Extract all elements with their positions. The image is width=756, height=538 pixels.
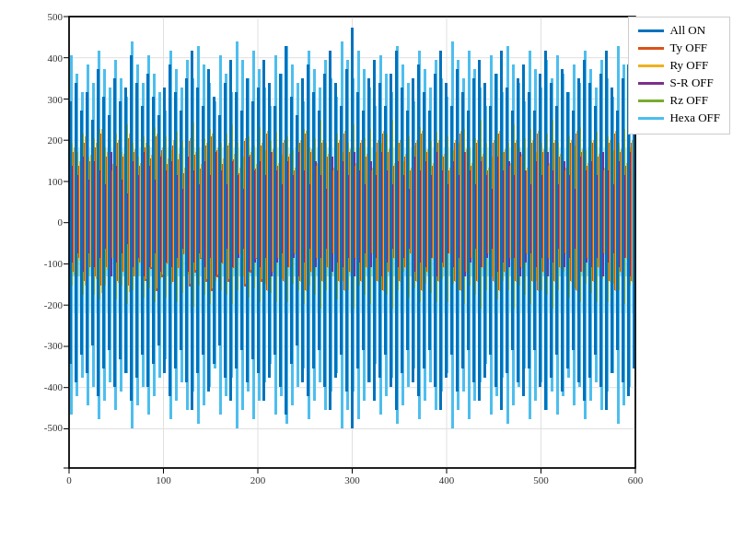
legend-color-ty-off	[638, 47, 664, 50]
svg-rect-575	[224, 83, 227, 378]
svg-rect-635	[555, 106, 558, 355]
svg-rect-590	[307, 64, 309, 396]
svg-rect-593	[323, 74, 326, 387]
svg-rect-601	[367, 78, 370, 382]
legend-label-rz-off: Rz OFF	[669, 93, 708, 108]
svg-rect-555	[113, 78, 116, 387]
svg-rect-577	[235, 92, 238, 368]
svg-rect-597	[345, 69, 348, 392]
svg-rect-613	[434, 74, 436, 387]
svg-rect-627	[511, 111, 514, 350]
svg-rect-623	[489, 106, 492, 355]
svg-rect-636	[561, 69, 564, 392]
svg-rect-559	[135, 83, 138, 378]
svg-rect-644	[605, 51, 608, 410]
svg-rect-549	[80, 111, 83, 355]
svg-rect-578	[240, 111, 243, 350]
svg-rect-567	[180, 111, 182, 350]
svg-rect-615	[445, 83, 448, 378]
svg-text:600: 600	[628, 474, 644, 485]
svg-rect-614	[439, 51, 442, 410]
svg-rect-629	[522, 64, 525, 396]
legend-label-hexa-off: Hexa OFF	[669, 111, 720, 125]
legend-item-hexa-off: Hexa OFF	[638, 111, 720, 125]
svg-rect-552	[97, 69, 99, 396]
svg-rect-571	[202, 106, 204, 355]
legend-item-ty-off: Ty OFF	[638, 41, 720, 55]
svg-rect-634	[550, 83, 552, 378]
svg-rect-581	[257, 88, 260, 373]
svg-rect-572	[207, 69, 210, 392]
svg-rect-570	[196, 88, 199, 373]
legend-item-all-on: All ON	[638, 23, 720, 38]
svg-rect-587	[290, 97, 293, 364]
svg-rect-625	[500, 51, 503, 410]
svg-rect-621	[478, 60, 481, 401]
svg-rect-598	[351, 28, 354, 428]
svg-rect-602	[373, 60, 376, 401]
svg-rect-600	[362, 111, 365, 350]
svg-rect-562	[152, 97, 155, 364]
svg-rect-573	[213, 97, 215, 364]
svg-rect-595	[334, 83, 337, 378]
svg-rect-640	[583, 60, 586, 401]
svg-rect-608	[406, 111, 409, 350]
svg-rect-599	[356, 92, 359, 368]
svg-rect-605	[390, 74, 392, 387]
svg-text:400: 400	[439, 474, 455, 485]
svg-rect-564	[163, 88, 166, 373]
svg-rect-560	[141, 106, 144, 355]
svg-rect-583	[268, 83, 271, 378]
legend-color-hexa-off	[638, 117, 664, 120]
svg-rect-563	[157, 115, 160, 345]
svg-rect-610	[417, 64, 420, 396]
svg-rect-609	[412, 78, 414, 382]
svg-rect-619	[467, 111, 470, 350]
legend-item-rz-off: Rz OFF	[638, 93, 720, 108]
svg-rect-556	[119, 101, 122, 359]
svg-rect-643	[599, 74, 602, 387]
svg-rect-574	[218, 115, 221, 345]
svg-text:400: 400	[48, 53, 64, 64]
svg-text:-500: -500	[44, 422, 64, 433]
svg-rect-645	[611, 88, 613, 373]
svg-rect-557	[124, 88, 127, 373]
svg-rect-603	[378, 83, 381, 378]
svg-rect-616	[450, 106, 453, 355]
svg-rect-550	[86, 92, 88, 373]
svg-rect-591	[312, 92, 315, 368]
legend-item-ry-off: Ry OFF	[638, 58, 720, 73]
svg-rect-548	[75, 83, 77, 382]
svg-rect-582	[262, 60, 265, 401]
svg-rect-642	[594, 106, 597, 355]
svg-text:-100: -100	[44, 258, 64, 269]
svg-rect-632	[539, 74, 541, 387]
svg-rect-592	[318, 111, 320, 350]
svg-rect-565	[169, 64, 171, 396]
svg-rect-551	[91, 120, 94, 345]
svg-rect-611	[423, 92, 425, 368]
svg-rect-580	[251, 101, 254, 359]
svg-rect-647	[622, 78, 624, 382]
svg-rect-585	[279, 74, 282, 387]
svg-rect-639	[577, 78, 580, 382]
svg-text:300: 300	[48, 94, 64, 105]
legend-label-ry-off: Ry OFF	[669, 58, 708, 73]
svg-rect-641	[588, 83, 591, 378]
svg-text:100: 100	[48, 176, 64, 187]
legend-color-sr-off	[638, 82, 664, 85]
svg-text:500: 500	[48, 11, 64, 22]
svg-rect-568	[185, 78, 188, 382]
svg-rect-633	[544, 51, 547, 410]
svg-rect-612	[428, 111, 431, 350]
svg-text:300: 300	[344, 474, 360, 485]
svg-rect-588	[296, 115, 298, 345]
svg-rect-561	[146, 74, 149, 387]
svg-text:-400: -400	[44, 381, 64, 392]
legend-label-ty-off: Ty OFF	[669, 41, 707, 55]
legend-color-all-on	[638, 29, 664, 32]
svg-text:0: 0	[58, 216, 64, 228]
svg-rect-618	[461, 92, 464, 368]
legend-label-sr-off: S-R OFF	[669, 76, 713, 90]
svg-text:200: 200	[250, 474, 266, 485]
